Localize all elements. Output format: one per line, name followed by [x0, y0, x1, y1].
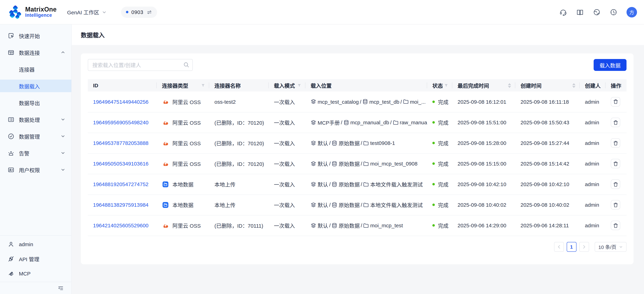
row-id-link[interactable]: 1964214025605529600: [93, 222, 148, 228]
cell-load-location: 默认/ 原始数据/: [306, 174, 427, 194]
column-header-created[interactable]: 创建时间: [515, 79, 580, 92]
column-header-status[interactable]: 状态: [427, 79, 452, 92]
globe-icon[interactable]: [593, 8, 600, 16]
plug-icon: [8, 255, 14, 262]
cell-creator: admin: [580, 174, 606, 194]
table-row: 1964881920547274752: [88, 174, 626, 194]
cell-connector-name: 本地上传: [209, 174, 269, 194]
brand-name: MatrixOne: [25, 6, 57, 13]
row-id-link[interactable]: 1964959569055498240: [93, 119, 148, 125]
location-database: 原始数据: [338, 201, 360, 208]
folder-icon: [363, 202, 369, 208]
chevron-left-icon: [557, 245, 560, 248]
sidebar-item-quick-start[interactable]: 快速开始: [0, 29, 71, 42]
workspace-selector[interactable]: GenAI 工作区: [67, 8, 106, 16]
row-id-link[interactable]: 1964881382975913984: [93, 202, 148, 208]
sidebar-item-user-permissions[interactable]: 用户权限: [0, 163, 71, 176]
cell-load-mode: 一次载入: [269, 92, 306, 112]
sidebar-item-api-management[interactable]: API 管理: [0, 253, 71, 265]
column-header-load-mode[interactable]: 载入模式: [269, 79, 306, 92]
cell-connector-type: 阿里云 OSS: [157, 153, 209, 174]
location-catalog: 默认: [318, 139, 328, 147]
database-icon: [332, 223, 337, 228]
cell-status: 完成: [427, 194, 452, 215]
search-box: [88, 59, 193, 71]
delete-row-button[interactable]: [611, 159, 620, 168]
cell-actions: [606, 194, 626, 215]
cell-actions: [606, 133, 626, 153]
search-icon[interactable]: [183, 62, 189, 68]
row-id-link[interactable]: 1964881920547274752: [93, 181, 148, 187]
clock-icon[interactable]: [610, 8, 618, 16]
folder-icon: [363, 140, 369, 146]
table-header-row: ID 连接器类型 连接器名称 载入模式 载入位置 状态 最后完成时间: [88, 79, 626, 92]
location-catalog: mcp_test_catalog: [318, 99, 359, 105]
delete-row-button[interactable]: [611, 138, 620, 148]
filter-icon[interactable]: [297, 83, 301, 87]
column-header-last-finished[interactable]: 最后完成时间: [452, 79, 515, 92]
sidebar-item-label: 数据处理: [19, 116, 40, 123]
page-size-select[interactable]: 10 条/页: [594, 242, 626, 252]
trash-icon: [613, 202, 618, 207]
cell-id: 1964881920547274752: [88, 174, 157, 194]
environment-pill[interactable]: 0903: [121, 6, 157, 18]
book-icon[interactable]: [576, 8, 584, 16]
column-header-id: ID: [88, 79, 157, 92]
cell-created: 2025-09-08 10:42:10: [515, 174, 580, 194]
load-data-button[interactable]: 载入数据: [594, 59, 626, 71]
sidebar-item-admin[interactable]: admin: [0, 238, 71, 250]
location-database: mcp_manual_db: [350, 119, 389, 125]
cell-connector-type: 本地数据: [157, 174, 209, 194]
cell-created: 2025-09-08 10:40:02: [515, 194, 580, 215]
sort-icon[interactable]: [572, 83, 576, 88]
delete-row-button[interactable]: [611, 97, 620, 107]
sidebar-item-alerts[interactable]: 告警: [0, 147, 71, 159]
table-row: 1964964751449440256: [88, 92, 626, 112]
status-label: 完成: [438, 180, 448, 188]
local-data-icon: [162, 181, 169, 188]
cell-load-location: 默认/ 原始数据/: [306, 133, 427, 153]
catalog-stack-icon: [311, 99, 316, 105]
sidebar-item-data-loading[interactable]: 数据载入: [0, 80, 71, 92]
cell-created: 2025-09-06 14:28:11: [515, 215, 580, 236]
sidebar-item-data-connection[interactable]: 数据连接: [0, 46, 71, 59]
delete-row-button[interactable]: [611, 118, 620, 127]
cell-status: 完成: [427, 112, 452, 133]
sort-icon[interactable]: [508, 83, 511, 88]
sidebar-item-mcp[interactable]: MCP: [0, 267, 71, 280]
menu-fold-icon[interactable]: [58, 285, 64, 291]
pagination-prev-button[interactable]: [554, 242, 564, 252]
table-row: 1964881382975913984: [88, 194, 626, 215]
delete-row-button[interactable]: [611, 200, 620, 209]
filter-icon[interactable]: [444, 83, 448, 87]
sidebar-item-data-processing[interactable]: 数据处理: [0, 113, 71, 126]
row-id-link[interactable]: 1964950505349103616: [93, 161, 148, 166]
sidebar-item-data-management[interactable]: 数据管理: [0, 130, 71, 143]
brand-logo[interactable]: MatrixOne Intelligence: [8, 5, 57, 19]
pagination-next-button[interactable]: [579, 242, 589, 252]
status-dot: [432, 101, 435, 103]
pagination: 1 10 条/页: [88, 242, 626, 252]
pagination-page-1[interactable]: 1: [566, 242, 576, 252]
cell-connector-type: 阿里云 OSS: [157, 112, 209, 133]
delete-row-button[interactable]: [611, 179, 620, 189]
filter-icon[interactable]: [201, 83, 205, 87]
row-id-link[interactable]: 1964964751449440256: [93, 99, 148, 105]
catalog-stack-icon: [311, 140, 316, 146]
connector-type-label: 阿里云 OSS: [172, 222, 201, 229]
cell-last-finished: 2025-09-06 14:29:00: [452, 215, 515, 236]
trash-icon: [613, 141, 618, 146]
status-dot: [432, 162, 435, 165]
chevron-down-icon: [619, 245, 623, 248]
column-header-connector-type[interactable]: 连接器类型: [157, 79, 209, 92]
row-id-link[interactable]: 1964953787782053888: [93, 140, 148, 146]
database-icon: [332, 202, 337, 208]
delete-row-button[interactable]: [611, 221, 620, 230]
sidebar-item-connector[interactable]: 连接器: [0, 63, 71, 75]
cell-load-location: 默认/ 原始数据/: [306, 194, 427, 215]
headset-icon[interactable]: [559, 8, 567, 16]
cell-id: 1964881382975913984: [88, 194, 157, 215]
sidebar-item-data-export[interactable]: 数据导出: [0, 96, 71, 109]
search-input[interactable]: [88, 59, 193, 71]
user-avatar[interactable]: 方: [626, 7, 637, 17]
